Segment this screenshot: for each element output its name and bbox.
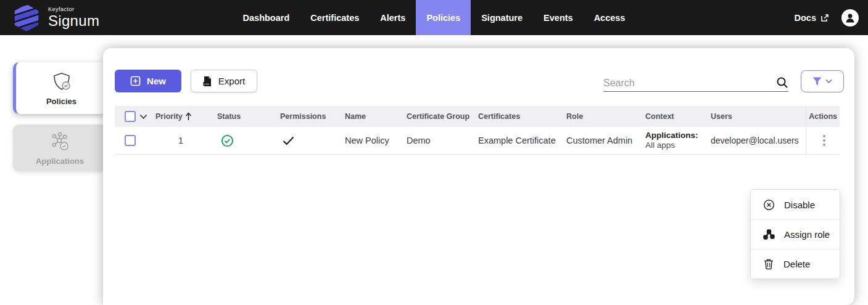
column-header-name[interactable]: Name [342,112,404,121]
cell-status [215,134,278,147]
sidebar-item-label: Policies [46,97,76,106]
search-icon[interactable] [776,76,788,89]
new-button-label: New [147,76,166,86]
column-header-status[interactable]: Status [215,112,278,121]
export-button[interactable]: csv Export [191,70,257,92]
search-field [603,71,788,92]
row-select-cell [115,135,153,146]
plus-square-icon [130,76,141,86]
select-menu-chevron-icon[interactable] [139,114,147,120]
brand-company: Keyfactor [48,6,99,12]
search-input[interactable] [603,78,776,89]
permissions-check-icon [283,136,294,145]
export-button-label: Export [218,76,245,86]
person-icon [843,11,857,25]
nav-menu: Dashboard Certificates Alerts Policies S… [233,0,636,35]
sidebar-item-label: Applications [36,157,84,166]
cell-context: Applications: All apps [643,131,708,150]
table-row: 1 New Policy Demo Example Certificate Cu… [115,127,840,155]
column-header-permissions[interactable]: Permissions [278,112,342,121]
sidebar-item-applications[interactable]: Applications [13,124,107,171]
menu-item-assign-role[interactable]: Assign role [751,219,840,249]
assign-role-icon [763,229,775,240]
chevron-down-icon [825,79,832,84]
nav-item-policies[interactable]: Policies [416,0,471,35]
table-header-row: Priority Status Permissions Name Certifi… [115,106,840,127]
brand-product: Signum [48,13,99,28]
applications-nodes-icon [48,131,72,153]
column-header-users[interactable]: Users [708,112,806,121]
nav-item-dashboard[interactable]: Dashboard [233,0,300,35]
sort-ascending-icon [185,112,192,121]
row-actions-menu: Disable Assign role Delete [750,189,840,279]
filter-funnel-icon [812,77,822,86]
filter-button[interactable] [801,70,844,92]
svg-text:csv: csv [204,82,209,85]
policies-panel: New csv Export [103,48,854,305]
status-enabled-icon [221,134,234,147]
column-header-certificates[interactable]: Certificates [476,112,564,121]
cell-users: developer@local.users [708,136,806,145]
toolbar: New csv Export [115,70,844,92]
cell-priority: 1 [153,136,215,145]
policies-table: Priority Status Permissions Name Certifi… [115,106,840,155]
menu-item-label: Disable [784,200,815,210]
cell-permissions [278,136,342,145]
delete-trash-icon [763,258,774,270]
select-all-checkbox[interactable] [125,111,136,122]
nav-item-events[interactable]: Events [533,0,584,35]
nav-right: Docs [726,0,868,35]
user-avatar[interactable] [841,9,859,26]
row-actions-kebab-icon[interactable] [820,132,828,148]
context-value: All apps [645,140,708,150]
disable-icon [763,199,775,211]
keyfactor-logo-icon [13,4,40,32]
context-type-label: Applications: [645,131,708,140]
page-body: Policies Applications [0,35,868,305]
nav-item-alerts[interactable]: Alerts [370,0,416,35]
menu-item-delete[interactable]: Delete [751,249,840,279]
nav-item-signature[interactable]: Signature [471,0,533,35]
nav-item-access[interactable]: Access [584,0,636,35]
brand: Keyfactor Signum [0,0,142,35]
header-select-cell [115,111,153,122]
column-header-context[interactable]: Context [643,112,708,121]
row-checkbox[interactable] [125,135,136,146]
shield-check-icon [51,71,73,93]
column-header-certificate-group[interactable]: Certificate Group [404,112,476,121]
external-link-icon [820,14,829,22]
menu-item-label: Assign role [784,229,830,240]
nav-item-certificates[interactable]: Certificates [300,0,370,35]
column-header-priority[interactable]: Priority [153,112,215,121]
cell-name: New Policy [342,136,404,145]
docs-link[interactable]: Docs [795,13,829,23]
menu-item-disable[interactable]: Disable [751,190,840,219]
docs-label: Docs [795,13,816,23]
export-csv-file-icon: csv [203,76,212,87]
cell-actions [806,127,840,154]
brand-text: Keyfactor Signum [48,6,99,28]
cell-role: Customer Admin [564,136,643,145]
column-header-actions: Actions [806,106,840,127]
sidebar-item-policies[interactable]: Policies [13,62,107,114]
menu-item-label: Delete [783,259,810,269]
column-header-role[interactable]: Role [564,112,643,121]
top-navbar: Keyfactor Signum Dashboard Certificates … [0,0,868,35]
cell-certificate-group: Demo [404,136,476,145]
cell-certificates: Example Certificate [476,136,564,145]
new-button[interactable]: New [115,70,181,92]
